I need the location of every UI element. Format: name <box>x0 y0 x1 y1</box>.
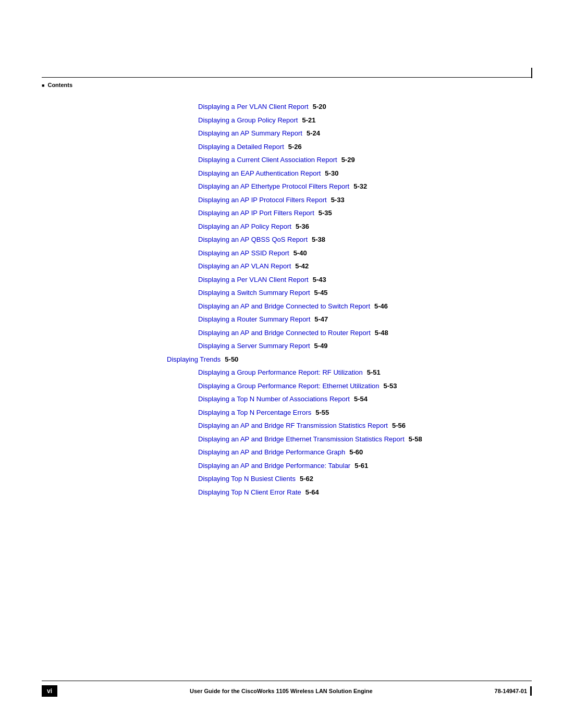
toc-page-number: 5-26 <box>288 142 302 152</box>
toc-link[interactable]: Displaying Trends <box>167 354 221 365</box>
toc-page-number: 5-58 <box>409 434 422 445</box>
toc-page-number: 5-36 <box>296 221 309 232</box>
toc-link[interactable]: Displaying an AP Policy Report <box>198 221 291 232</box>
footer-left: vi <box>42 685 68 697</box>
toc-link[interactable]: Displaying an AP and Bridge RF Transmiss… <box>198 421 388 431</box>
toc-entry: Displaying Trends5-50 <box>167 354 521 365</box>
toc-entry: Displaying Top N Busiest Clients5-62 <box>167 474 521 484</box>
footer-page-number: 78-14947-01 <box>495 688 527 694</box>
toc-entry: Displaying a Per VLAN Client Report5-20 <box>167 102 521 112</box>
toc-page-number: 5-60 <box>349 447 363 458</box>
contents-header: Contents <box>42 82 72 88</box>
toc-link[interactable]: Displaying an AP IP Protocol Filters Rep… <box>198 195 327 205</box>
toc-entry: Displaying an AP and Bridge Connected to… <box>167 301 521 312</box>
toc-entry: Displaying an AP and Bridge Connected to… <box>167 328 521 338</box>
toc-page-number: 5-47 <box>314 314 328 325</box>
toc-page-number: 5-50 <box>225 354 238 365</box>
footer: vi User Guide for the CiscoWorks 1105 Wi… <box>42 681 532 697</box>
toc-page-number: 5-32 <box>353 181 367 192</box>
toc-entry: Displaying a Router Summary Report5-47 <box>167 314 521 325</box>
footer-content: vi User Guide for the CiscoWorks 1105 Wi… <box>42 685 532 697</box>
toc-page-number: 5-43 <box>313 275 326 285</box>
toc-entry: Displaying a Group Performance Report: E… <box>167 381 521 391</box>
toc-entry: Displaying Top N Client Error Rate5-64 <box>167 487 521 498</box>
toc-link[interactable]: Displaying Top N Client Error Rate <box>198 487 301 498</box>
toc-page-number: 5-54 <box>354 394 368 404</box>
toc-entry: Displaying an AP Summary Report5-24 <box>167 128 521 139</box>
toc-entry: Displaying an AP VLAN Report5-42 <box>167 261 521 272</box>
toc-entry: Displaying an AP and Bridge Performance:… <box>167 461 521 471</box>
toc-link[interactable]: Displaying an EAP Authentication Report <box>198 168 321 179</box>
footer-center-text: User Guide for the CiscoWorks 1105 Wirel… <box>68 688 495 694</box>
toc-page-number: 5-30 <box>325 168 338 179</box>
toc-page-number: 5-55 <box>315 408 329 418</box>
toc-page-number: 5-46 <box>374 301 388 312</box>
toc-link[interactable]: Displaying a Server Summary Report <box>198 341 310 351</box>
toc-link[interactable]: Displaying an AP and Bridge Connected to… <box>198 328 371 338</box>
toc-link[interactable]: Displaying an AP and Bridge Performance:… <box>198 461 350 471</box>
toc-page-number: 5-51 <box>367 367 381 378</box>
toc-entry: Displaying an EAP Authentication Report5… <box>167 168 521 179</box>
toc-page-number: 5-61 <box>354 461 368 471</box>
toc-link[interactable]: Displaying Top N Busiest Clients <box>198 474 296 484</box>
toc-link[interactable]: Displaying an AP SSID Report <box>198 248 289 258</box>
page-container: Contents Displaying a Per VLAN Client Re… <box>0 0 563 728</box>
toc-entry: Displaying an AP IP Port Filters Report5… <box>167 208 521 218</box>
toc-link[interactable]: Displaying a Router Summary Report <box>198 314 310 325</box>
toc-link[interactable]: Displaying an AP Summary Report <box>198 128 302 139</box>
toc-link[interactable]: Displaying an AP QBSS QoS Report <box>198 235 308 245</box>
toc-area: Displaying a Per VLAN Client Report5-20D… <box>167 102 521 500</box>
toc-entry: Displaying an AP and Bridge Performance … <box>167 447 521 458</box>
toc-link[interactable]: Displaying a Group Performance Report: E… <box>198 381 380 391</box>
toc-link[interactable]: Displaying an AP and Bridge Ethernet Tra… <box>198 434 405 445</box>
toc-entry: Displaying an AP and Bridge RF Transmiss… <box>167 421 521 431</box>
toc-entry: Displaying a Current Client Association … <box>167 155 521 165</box>
toc-link[interactable]: Displaying a Switch Summary Report <box>198 288 310 298</box>
toc-link[interactable]: Displaying a Per VLAN Client Report <box>198 102 309 112</box>
toc-entry: Displaying a Group Policy Report5-21 <box>167 115 521 126</box>
toc-entry: Displaying an AP QBSS QoS Report5-38 <box>167 235 521 245</box>
toc-page-number: 5-62 <box>300 474 313 484</box>
toc-entry: Displaying a Switch Summary Report5-45 <box>167 288 521 298</box>
toc-link[interactable]: Displaying a Detailed Report <box>198 142 284 152</box>
toc-entry: Displaying a Server Summary Report5-49 <box>167 341 521 351</box>
toc-page-number: 5-29 <box>341 155 355 165</box>
toc-entry: Displaying a Group Performance Report: R… <box>167 367 521 378</box>
toc-page-number: 5-20 <box>313 102 326 112</box>
toc-entry: Displaying an AP Ethertype Protocol Filt… <box>167 181 521 192</box>
footer-right-decoration <box>530 686 532 696</box>
toc-link[interactable]: Displaying a Per VLAN Client Report <box>198 275 309 285</box>
toc-link[interactable]: Displaying an AP IP Port Filters Report <box>198 208 314 218</box>
toc-page-number: 5-38 <box>312 235 325 245</box>
toc-page-number: 5-21 <box>302 115 315 126</box>
toc-entry: Displaying a Detailed Report5-26 <box>167 142 521 152</box>
toc-page-number: 5-42 <box>295 261 309 272</box>
toc-page-number: 5-33 <box>331 195 345 205</box>
toc-link[interactable]: Displaying a Top N Percentage Errors <box>198 408 311 418</box>
top-border-line <box>42 77 532 78</box>
toc-entry: Displaying an AP IP Protocol Filters Rep… <box>167 195 521 205</box>
toc-entry: Displaying a Top N Number of Association… <box>167 394 521 404</box>
footer-top-line <box>42 681 532 681</box>
toc-link[interactable]: Displaying a Group Performance Report: R… <box>198 367 363 378</box>
toc-link[interactable]: Displaying a Top N Number of Association… <box>198 394 350 404</box>
toc-link[interactable]: Displaying an AP and Bridge Performance … <box>198 447 345 458</box>
toc-page-number: 5-35 <box>319 208 332 218</box>
toc-link[interactable]: Displaying an AP VLAN Report <box>198 261 291 272</box>
toc-entry: Displaying a Per VLAN Client Report5-43 <box>167 275 521 285</box>
toc-page-number: 5-40 <box>293 248 307 258</box>
footer-vi-box: vi <box>42 685 57 697</box>
toc-page-number: 5-45 <box>314 288 328 298</box>
toc-page-number: 5-48 <box>375 328 388 338</box>
toc-entry: Displaying an AP Policy Report5-36 <box>167 221 521 232</box>
toc-link[interactable]: Displaying a Group Policy Report <box>198 115 298 126</box>
top-right-decoration <box>531 68 532 78</box>
toc-page-number: 5-53 <box>384 381 397 391</box>
toc-link[interactable]: Displaying a Current Client Association … <box>198 155 337 165</box>
toc-link[interactable]: Displaying an AP and Bridge Connected to… <box>198 301 370 312</box>
toc-link[interactable]: Displaying an AP Ethertype Protocol Filt… <box>198 181 349 192</box>
toc-page-number: 5-56 <box>392 421 406 431</box>
toc-entry: Displaying an AP and Bridge Ethernet Tra… <box>167 434 521 445</box>
toc-page-number: 5-49 <box>314 341 328 351</box>
toc-entry: Displaying a Top N Percentage Errors5-55 <box>167 408 521 418</box>
